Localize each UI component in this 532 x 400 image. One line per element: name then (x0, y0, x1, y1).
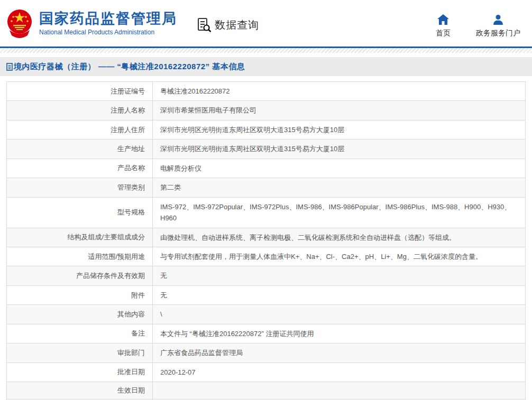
org-name-cn: 国家药品监督管理局 (39, 11, 177, 27)
table-row: 注册人住所深圳市光明区光明街道东周社区双明大道315号易方大厦10层 (7, 120, 526, 139)
row-value: 与专用试剂配套使用，用于测量人体血液中K+、Na+、Cl-、Ca2+、pH、Li… (153, 247, 526, 266)
row-value: 2020-12-07 (153, 362, 526, 382)
table-row: 产品储存条件及有效期无 (7, 266, 526, 285)
user-icon (492, 14, 504, 25)
table-row: 附件无 (7, 285, 526, 304)
registration-info-table-wrap: 注册证编号粤械注准20162220872注册人名称深圳市希莱恒医用电子有限公司注… (6, 81, 526, 400)
table-row: 管理类别第二类 (7, 178, 526, 197)
row-value: 广东省食品药品监督管理局 (153, 343, 526, 362)
nav-gov-portal-label: 政务服务门户 (476, 29, 520, 38)
table-row: 生效日期 (7, 382, 526, 399)
site-header: 国家药品监督管理局 National Medical Products Admi… (0, 0, 532, 48)
row-label: 结构及组成/主要组成成分 (7, 228, 153, 247)
row-value: 本文件与 “粤械注准20162220872” 注册证共同使用 (153, 324, 526, 343)
data-query-section[interactable]: 数据查询 (197, 18, 259, 32)
row-label: 型号规格 (7, 197, 153, 228)
row-value: \ (153, 305, 526, 324)
table-row: 批准日期2020-12-07 (7, 362, 526, 382)
row-label: 其他内容 (7, 305, 153, 324)
table-row: 型号规格IMS-972、IMS-972Popular、IMS-972Plus、I… (7, 197, 526, 228)
document-icon (6, 63, 13, 71)
row-value: 电解质分析仪 (153, 159, 526, 178)
breadcrumb: 境内医疗器械（注册） —— “粤械注准20162220872” 基本信息 (0, 57, 532, 76)
row-label: 注册人住所 (7, 120, 153, 139)
table-row: 备注本文件与 “粤械注准20162220872” 注册证共同使用 (7, 324, 526, 343)
registration-info-table: 注册证编号粤械注准20162220872注册人名称深圳市希莱恒医用电子有限公司注… (6, 81, 526, 400)
row-value: 深圳市光明区光明街道东周社区双明大道315号易方大厦10层 (153, 139, 526, 159)
document-search-icon (197, 18, 212, 32)
table-row: 生产地址深圳市光明区光明街道东周社区双明大道315号易方大厦10层 (7, 139, 526, 159)
org-name-en: National Medical Products Administration (39, 29, 177, 36)
row-value: 第二类 (153, 178, 526, 197)
nav-home[interactable]: 首页 (436, 14, 451, 38)
row-label: 产品名称 (7, 159, 153, 178)
row-label: 注册人名称 (7, 101, 153, 120)
nav-home-label: 首页 (436, 29, 451, 38)
data-query-label: 数据查询 (215, 18, 259, 32)
row-label: 审批部门 (7, 343, 153, 362)
row-label: 生产地址 (7, 139, 153, 159)
row-label: 备注 (7, 324, 153, 343)
row-label: 批准日期 (7, 362, 153, 382)
row-value: 粤械注准20162220872 (153, 82, 526, 101)
table-row: 注册证编号粤械注准20162220872 (7, 82, 526, 101)
home-icon (437, 14, 449, 25)
row-value (153, 382, 526, 399)
org-title-block: 国家药品监督管理局 National Medical Products Admi… (39, 11, 177, 36)
table-row: 结构及组成/主要组成成分由微处理机、自动进样系统、离子检测电极、二氧化碳检测系统… (7, 228, 526, 247)
table-row: 适用范围/预期用途与专用试剂配套使用，用于测量人体血液中K+、Na+、Cl-、C… (7, 247, 526, 266)
row-label: 产品储存条件及有效期 (7, 266, 153, 285)
row-label: 生效日期 (7, 382, 153, 399)
table-row: 注册人名称深圳市希莱恒医用电子有限公司 (7, 101, 526, 120)
row-value: 无 (153, 285, 526, 304)
row-label: 适用范围/预期用途 (7, 247, 153, 266)
national-emblem-icon (6, 8, 33, 39)
row-label: 附件 (7, 285, 153, 304)
table-row: 产品名称电解质分析仪 (7, 159, 526, 178)
row-value: IMS-972、IMS-972Popular、IMS-972Plus、IMS-9… (153, 197, 526, 228)
row-value: 由微处理机、自动进样系统、离子检测电极、二氧化碳检测系统和全自动进样盘（选配）等… (153, 228, 526, 247)
row-label: 注册证编号 (7, 82, 153, 101)
table-row: 其他内容\ (7, 305, 526, 324)
hatched-divider (0, 48, 532, 53)
row-value: 深圳市光明区光明街道东周社区双明大道315号易方大厦10层 (153, 120, 526, 139)
row-label: 管理类别 (7, 178, 153, 197)
table-row: 审批部门广东省食品药品监督管理局 (7, 343, 526, 362)
row-value: 无 (153, 266, 526, 285)
row-value: 深圳市希莱恒医用电子有限公司 (153, 101, 526, 120)
nav-gov-portal[interactable]: 政务服务门户 (476, 14, 520, 38)
page-title: 境内医疗器械（注册） —— “粤械注准20162220872” 基本信息 (14, 62, 245, 72)
